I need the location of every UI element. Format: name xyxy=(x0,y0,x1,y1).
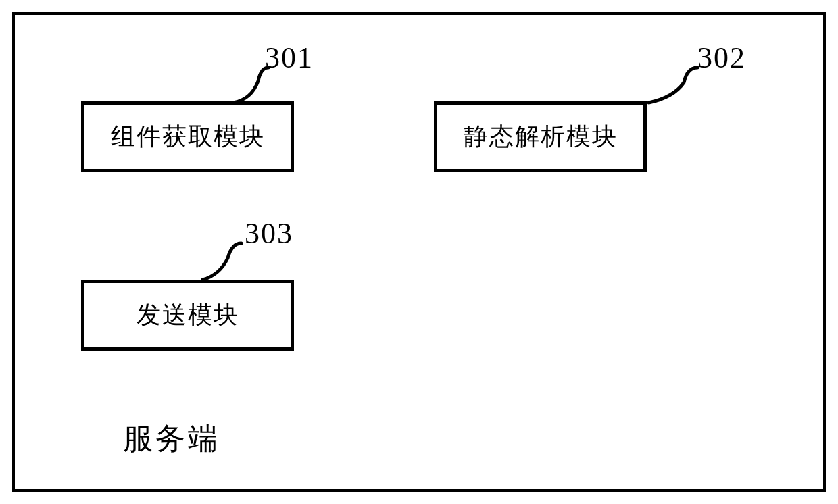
container-label: 服务端 xyxy=(123,419,220,459)
module-301-number: 301 xyxy=(265,41,314,75)
static-parse-module-box: 静态解析模块 xyxy=(434,101,647,172)
component-acquisition-module-box: 组件获取模块 xyxy=(81,101,294,172)
module-303-title: 发送模块 xyxy=(137,299,239,332)
module-302-title: 静态解析模块 xyxy=(464,120,618,153)
module-302-number: 302 xyxy=(697,41,746,75)
server-container: 组件获取模块 301 静态解析模块 302 发送模块 303 服务端 xyxy=(12,12,826,492)
module-301-title: 组件获取模块 xyxy=(111,120,265,153)
send-module-box: 发送模块 xyxy=(81,280,294,351)
module-303-number: 303 xyxy=(245,216,293,251)
